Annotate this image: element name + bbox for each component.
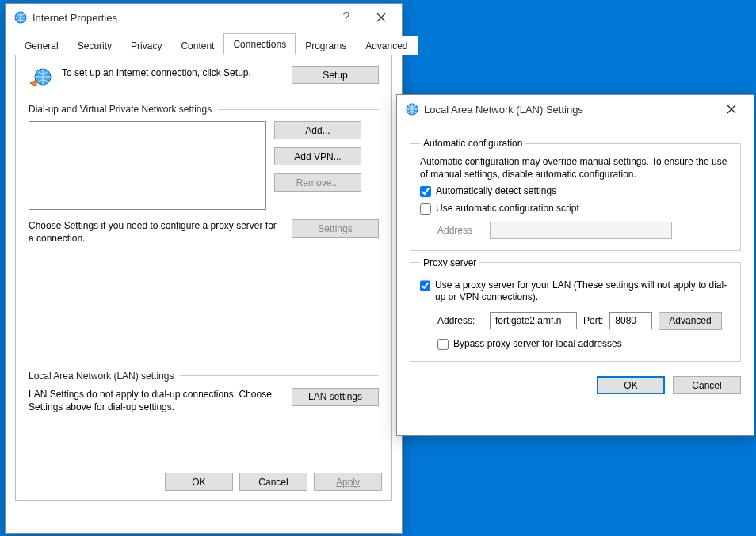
dialup-connections-listbox[interactable] [29,121,266,210]
internet-options-icon [13,10,28,25]
internet-properties-window: Internet Properties ? General Security P… [5,3,403,534]
close-button[interactable] [365,6,397,29]
lan-instruction-text: LAN Settings do not apply to dial-up con… [29,388,284,413]
settings-button: Settings [292,219,379,238]
ok-button[interactable]: OK [165,473,233,491]
dialog-body: General Security Privacy Content Connect… [6,31,402,511]
lan-group-label: Local Area Network (LAN) settings [29,371,174,382]
script-address-input [490,222,672,239]
proxy-server-legend: Proxy server [420,257,479,268]
internet-options-icon [405,102,419,116]
auto-detect-checkbox[interactable] [420,186,431,197]
script-address-label: Address [437,225,483,236]
help-button[interactable]: ? [330,6,362,29]
lan-settings-window: Local Area Network (LAN) Settings Automa… [396,94,754,436]
auto-detect-label: Automatically detect settings [436,185,556,198]
tab-security[interactable]: Security [68,36,121,55]
tab-content[interactable]: Content [171,36,223,55]
window-title: Local Area Network (LAN) Settings [424,104,714,116]
titlebar[interactable]: Local Area Network (LAN) Settings [397,95,754,124]
close-button[interactable] [714,98,749,120]
tab-privacy[interactable]: Privacy [121,36,171,55]
connection-wizard-icon [29,66,54,91]
auto-script-label: Use automatic configuration script [436,203,579,215]
tab-programs[interactable]: Programs [296,36,356,55]
titlebar[interactable]: Internet Properties ? [6,4,402,31]
setup-instruction-text: To set up an Internet connection, click … [62,66,284,80]
add-vpn-button[interactable]: Add VPN... [274,147,361,165]
dialog-body: Automatic configuration Automatic config… [397,124,754,405]
bypass-local-checkbox[interactable] [437,339,449,350]
tab-advanced[interactable]: Advanced [356,36,417,55]
lan-settings-button[interactable]: LAN settings [292,388,379,406]
proxy-address-label: Address: [437,315,483,326]
automatic-configuration-group: Automatic configuration Automatic config… [410,138,741,251]
tab-connections[interactable]: Connections [223,33,296,55]
use-proxy-label: Use a proxy server for your LAN (These s… [435,279,731,304]
apply-button: Apply [314,473,382,491]
automatic-configuration-description: Automatic configuration may override man… [420,155,731,181]
proxy-server-group: Proxy server Use a proxy server for your… [410,257,741,363]
auto-script-checkbox[interactable] [420,203,431,215]
use-proxy-checkbox[interactable] [420,280,430,291]
window-title: Internet Properties [32,12,330,24]
add-button[interactable]: Add... [274,121,361,139]
advanced-button[interactable]: Advanced [659,312,721,330]
bypass-local-label: Bypass proxy server for local addresses [453,338,622,351]
connections-panel: To set up an Internet connection, click … [15,55,392,501]
divider [218,109,379,110]
tab-general[interactable]: General [15,36,68,55]
ok-button[interactable]: OK [597,376,665,394]
proxy-address-input[interactable] [490,312,577,329]
cancel-button[interactable]: Cancel [673,376,741,394]
cancel-button[interactable]: Cancel [239,473,307,491]
tab-strip: General Security Privacy Content Connect… [15,32,392,55]
proxy-port-input[interactable] [609,312,652,329]
remove-button: Remove... [274,173,361,192]
proxy-port-label: Port: [583,315,603,326]
setup-button[interactable]: Setup [292,66,379,84]
automatic-configuration-legend: Automatic configuration [420,138,525,149]
dialup-group-label: Dial-up and Virtual Private Network sett… [29,104,212,115]
divider [180,375,379,376]
proxy-instruction-text: Choose Settings if you need to configure… [29,219,284,245]
